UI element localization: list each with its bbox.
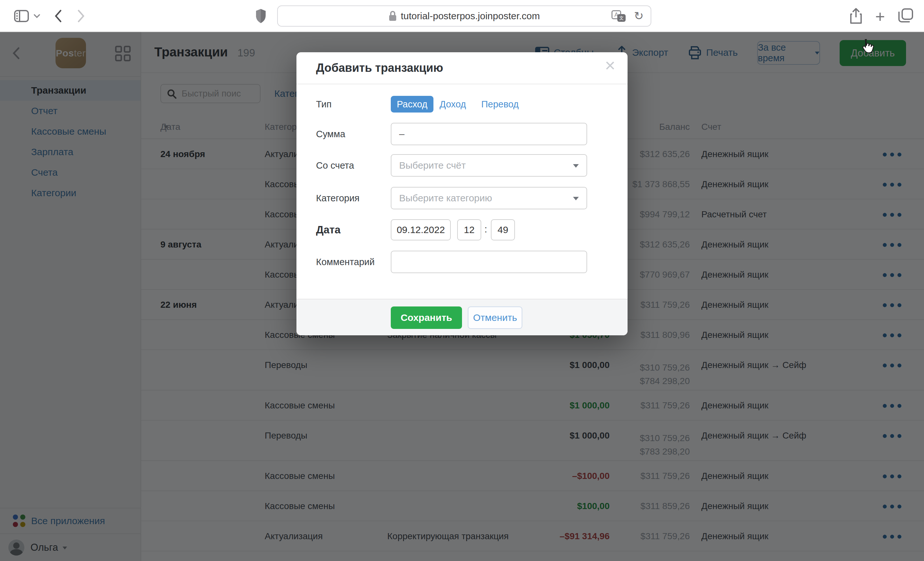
- new-tab-icon[interactable]: +: [875, 7, 885, 26]
- browser-toolbar: tutorial-posterpos.joinposter.com A文 ↻ +: [0, 0, 924, 32]
- select-caret-icon: [573, 197, 579, 200]
- minute-input[interactable]: 49: [491, 219, 515, 241]
- date-input[interactable]: 09.12.2022: [391, 219, 451, 241]
- type-field-row: Тип Расход Доход Перевод: [297, 96, 627, 112]
- category-select[interactable]: Выберите категорию: [391, 187, 587, 209]
- amount-input[interactable]: –: [391, 123, 587, 145]
- modal-header: Добавить транзакцию ×: [297, 52, 627, 84]
- share-icon[interactable]: [850, 8, 862, 24]
- toolbar-chevron-down-icon[interactable]: [33, 13, 40, 19]
- close-icon[interactable]: ×: [605, 55, 615, 76]
- select-caret-icon: [573, 164, 579, 168]
- back-button-icon[interactable]: [54, 9, 62, 23]
- comment-field-row: Комментарий: [297, 251, 627, 273]
- add-transaction-modal: Добавить транзакцию × Тип Расход Доход П…: [297, 52, 627, 335]
- type-option-income[interactable]: Доход: [440, 99, 466, 110]
- category-field-row: Категория Выберите категорию: [297, 187, 627, 209]
- lock-icon: [388, 10, 397, 21]
- account-select[interactable]: Выберите счёт: [391, 154, 587, 177]
- mouse-cursor-pointer: [860, 38, 875, 54]
- type-option-transfer[interactable]: Перевод: [481, 99, 519, 110]
- amount-field-row: Сумма –: [297, 123, 627, 145]
- date-field-row: Дата 09.12.2022 12 : 49: [297, 219, 627, 241]
- modal-footer: Сохранить Отменить: [297, 299, 627, 335]
- account-label: Со счета: [316, 160, 354, 171]
- tab-overview-icon[interactable]: [898, 8, 913, 23]
- sidebar-toggle-icon[interactable]: [14, 10, 29, 22]
- url-text: tutorial-posterpos.joinposter.com: [401, 10, 540, 21]
- modal-title: Добавить транзакцию: [316, 61, 443, 75]
- save-button[interactable]: Сохранить: [391, 307, 462, 329]
- shield-icon[interactable]: [255, 8, 266, 24]
- comment-input[interactable]: [391, 251, 587, 273]
- category-label: Категория: [316, 193, 360, 203]
- account-field-row: Со счета Выберите счёт: [297, 154, 627, 177]
- cancel-button[interactable]: Отменить: [468, 307, 522, 329]
- address-bar[interactable]: tutorial-posterpos.joinposter.com A文 ↻: [277, 6, 651, 27]
- translate-icon[interactable]: A文: [612, 6, 626, 26]
- reload-icon[interactable]: ↻: [634, 6, 644, 26]
- forward-button-icon[interactable]: [77, 9, 86, 23]
- amount-label: Сумма: [316, 129, 345, 139]
- time-separator: :: [484, 224, 487, 235]
- hour-input[interactable]: 12: [457, 219, 481, 241]
- comment-label: Комментарий: [316, 257, 375, 267]
- type-option-expense[interactable]: Расход: [391, 96, 434, 112]
- type-label: Тип: [316, 99, 332, 110]
- date-label: Дата: [316, 224, 340, 236]
